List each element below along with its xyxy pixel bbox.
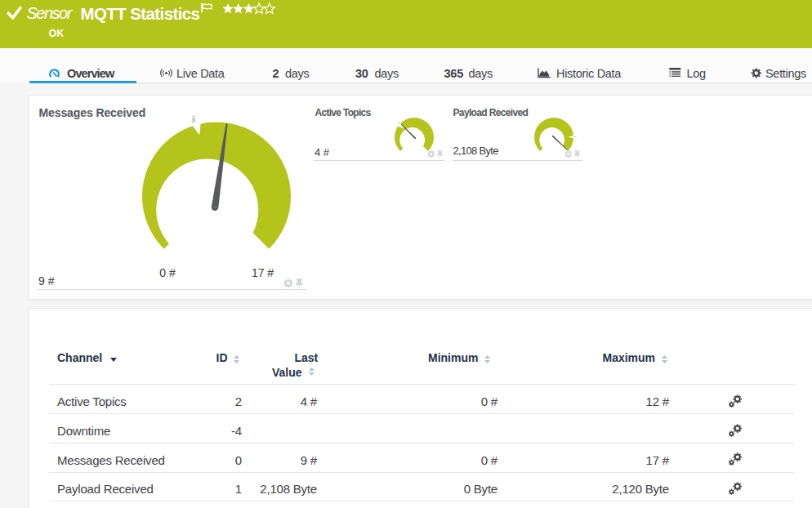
svg-text:x̄: x̄ bbox=[192, 115, 196, 124]
